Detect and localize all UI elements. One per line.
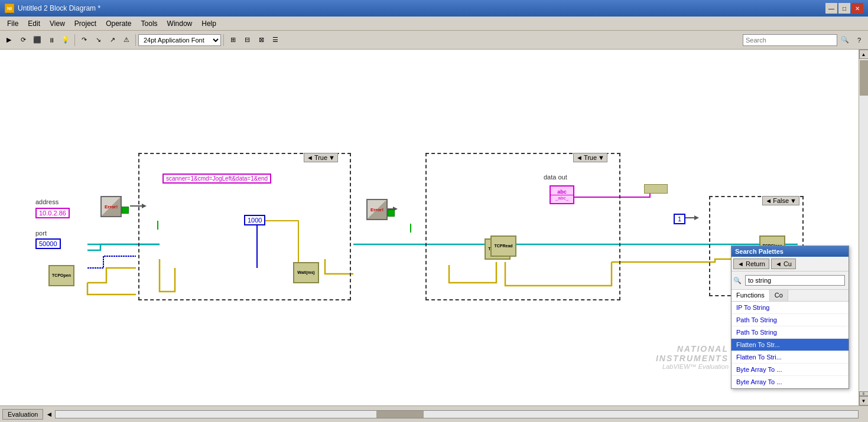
- wait-ms-block[interactable]: Wait (ms): [293, 262, 319, 283]
- search-magnifier-icon: 🔍: [733, 277, 742, 284]
- address-label: address: [35, 198, 58, 205]
- menu-window[interactable]: Window: [162, 18, 197, 29]
- result-ip-to-string[interactable]: IP To String: [732, 302, 849, 314]
- window-controls: — □ ✕: [825, 3, 863, 14]
- horizontal-scrollbar[interactable]: [55, 410, 859, 418]
- port-label: port: [35, 230, 47, 237]
- scroll-thumb[interactable]: [860, 60, 868, 96]
- string-display[interactable]: abc _abc_: [550, 185, 574, 204]
- numeric-indicator-1[interactable]: 1: [674, 214, 685, 224]
- result-flatten-to-str-2[interactable]: Flatten To Stri...: [732, 351, 849, 364]
- return-button[interactable]: ◄ Return: [733, 259, 769, 269]
- search-button[interactable]: 🔍: [838, 34, 851, 47]
- current-button[interactable]: ◄ Cu: [771, 259, 796, 269]
- palette-search-input[interactable]: [745, 275, 845, 286]
- pause-button[interactable]: ⏸: [45, 34, 58, 47]
- menu-tools[interactable]: Tools: [136, 18, 162, 29]
- menu-operate[interactable]: Operate: [101, 18, 136, 29]
- menubar: File Edit View Project Operate Tools Win…: [0, 17, 868, 31]
- statusbar: Evaluation ◄: [0, 405, 868, 422]
- error-cluster-2[interactable]: Error!: [366, 199, 388, 220]
- toolbar: ▶ ⟳ ⬛ ⏸ 💡 ↷ ↘ ↗ ⚠ 24pt Application Font …: [0, 31, 868, 50]
- numeric-constant-1000[interactable]: 1000: [244, 215, 265, 225]
- font-dropdown[interactable]: 24pt Application Font: [138, 34, 221, 46]
- help-context-button[interactable]: ?: [853, 34, 866, 47]
- search-panel-bar: ◄ Return ◄ Cu: [732, 257, 849, 271]
- result-flatten-to-str-1[interactable]: Flatten To Str...: [732, 339, 849, 351]
- maximize-button[interactable]: □: [838, 3, 850, 14]
- menu-edit[interactable]: Edit: [23, 18, 45, 29]
- run-cont-button[interactable]: ⟳: [17, 34, 30, 47]
- menu-project[interactable]: Project: [70, 18, 101, 29]
- run-arrow-button[interactable]: ▶: [2, 34, 15, 47]
- result-path-to-string-1[interactable]: Path To String: [732, 314, 849, 326]
- menu-help[interactable]: Help: [197, 18, 221, 29]
- align-button[interactable]: ⊞: [226, 34, 239, 47]
- ref-wire-block: [644, 184, 668, 194]
- step-into-button[interactable]: ↘: [92, 34, 105, 47]
- search-input[interactable]: [743, 34, 837, 46]
- evaluation-tab[interactable]: Evaluation: [2, 409, 43, 420]
- warn-button[interactable]: ⚠: [120, 34, 133, 47]
- toolbar-sep-3: [223, 34, 224, 46]
- app-icon: NI: [5, 4, 14, 13]
- toolbar-sep-1: [74, 34, 75, 46]
- status-arrow[interactable]: ◄: [45, 410, 53, 418]
- tcp-open-block[interactable]: TCP Open: [48, 265, 74, 286]
- tab-functions[interactable]: Functions: [732, 290, 770, 301]
- data-out-label: data out: [544, 174, 567, 181]
- search-tabs: Functions Co: [732, 290, 849, 302]
- step-out-button[interactable]: ↗: [106, 34, 119, 47]
- distribute-button[interactable]: ⊟: [240, 34, 253, 47]
- menu-file[interactable]: File: [2, 18, 23, 29]
- port-constant[interactable]: 50000: [35, 238, 61, 249]
- result-path-to-string-2[interactable]: Path To String: [732, 326, 849, 339]
- title-left: NI Untitled 2 Block Diagram *: [5, 4, 100, 13]
- menu-view[interactable]: View: [45, 18, 70, 29]
- true-selector-2[interactable]: ◄ True ▼: [573, 153, 607, 162]
- highlight-button[interactable]: 💡: [59, 34, 72, 47]
- resize-button[interactable]: ⊠: [255, 34, 268, 47]
- true-selector-1[interactable]: ◄ True ▼: [304, 153, 338, 162]
- false-selector[interactable]: ◄ False ▼: [762, 196, 799, 205]
- scroll-down-button[interactable]: ▼: [859, 396, 869, 405]
- scroll-up-button[interactable]: ▲: [859, 50, 869, 59]
- address-constant[interactable]: 10.0.2.86: [35, 208, 70, 218]
- scroll-resize-handle[interactable]: ≡: [859, 391, 869, 396]
- reorder-button[interactable]: ☰: [269, 34, 282, 47]
- result-byte-array-to-1[interactable]: Byte Array To ...: [732, 364, 849, 376]
- abort-button[interactable]: ⬛: [31, 34, 44, 47]
- search-results: IP To String Path To String Path To Stri…: [732, 302, 849, 388]
- step-over-button[interactable]: ↷: [77, 34, 90, 47]
- block-diagram-canvas[interactable]: address 10.0.2.86 port 50000 TCP Open ◄ …: [0, 50, 859, 405]
- tab-co[interactable]: Co: [770, 290, 788, 301]
- search-panel: Search Palettes ◄ Return ◄ Cu 🔍 Function…: [731, 246, 849, 389]
- scroll-track: [859, 59, 868, 391]
- minimize-button[interactable]: —: [825, 3, 837, 14]
- toolbar-sep-2: [135, 34, 136, 46]
- result-byte-array-to-2[interactable]: Byte Array To ...: [732, 376, 849, 388]
- scrollbar-h-thumb: [376, 411, 424, 418]
- error-cluster-1[interactable]: Error!: [100, 196, 122, 217]
- string-constant-1[interactable]: scanner=1&cmd=JogLeft&data=1&end: [162, 174, 271, 184]
- svg-marker-2: [694, 215, 699, 220]
- right-scrollbar: ▲ ≡ ▼: [859, 50, 868, 405]
- tcp-read-block[interactable]: TCP Read: [490, 235, 516, 257]
- close-button[interactable]: ✕: [851, 3, 863, 14]
- main-area: address 10.0.2.86 port 50000 TCP Open ◄ …: [0, 50, 868, 405]
- ni-watermark: NATIONAL INSTRUMENTS LabVIEW™ Evaluation: [656, 344, 729, 370]
- titlebar: NI Untitled 2 Block Diagram * — □ ✕: [0, 0, 868, 17]
- search-panel-title: Search Palettes: [732, 246, 849, 257]
- case-frame-2[interactable]: ◄ True ▼: [425, 153, 620, 300]
- window-title: Untitled 2 Block Diagram *: [18, 4, 100, 12]
